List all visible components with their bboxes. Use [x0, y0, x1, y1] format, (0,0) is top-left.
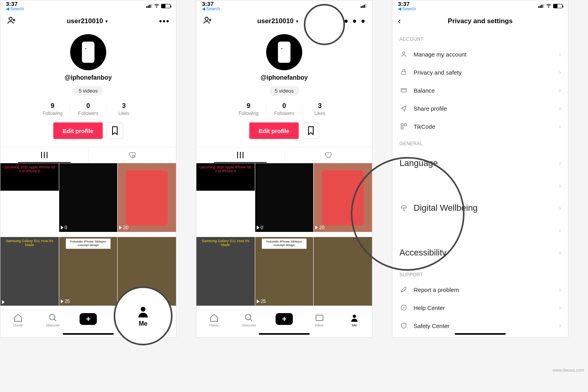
tab-home[interactable]: Home	[0, 313, 36, 327]
phone-screen-2: 3:37 ◀ Search user210010▼ • • • @iphonef…	[196, 0, 372, 337]
row-hidden-2[interactable]: ›	[392, 222, 568, 239]
stats-row: 9 Following 0 Followers 3 Likes	[0, 102, 176, 116]
add-user-icon[interactable]	[203, 16, 212, 27]
row-share-profile[interactable]: Share profile›	[392, 99, 568, 117]
tab-create[interactable]: +	[71, 313, 106, 325]
status-time: 3:37	[398, 1, 416, 7]
home-indicator	[455, 333, 506, 335]
row-help-center[interactable]: ? Help Center›	[392, 299, 568, 317]
tab-home[interactable]: Home	[196, 313, 232, 327]
video-thumb[interactable]: Futuristic iPhone Slidepro concept desig…	[255, 237, 314, 306]
stat-following[interactable]: 9 Following	[35, 102, 70, 116]
tab-me[interactable]: Me	[337, 313, 372, 327]
status-icons	[538, 2, 563, 9]
more-icon[interactable]: • • •	[344, 15, 366, 27]
tab-discover[interactable]: Discover	[36, 313, 71, 327]
battery-icon	[553, 4, 563, 8]
profile-area: @iphonefanboy 5 videos 9 Following 0 Fol…	[0, 31, 176, 139]
tab-inbox[interactable]: Inbox	[302, 313, 337, 327]
grid-tab[interactable]	[196, 147, 284, 163]
settings-header: ‹ Privacy and settings	[392, 11, 568, 31]
row-safety-center[interactable]: Safety Center›	[392, 317, 568, 335]
svg-point-5	[157, 315, 160, 318]
avatar[interactable]	[266, 34, 302, 70]
add-user-icon[interactable]	[7, 16, 16, 27]
stat-likes[interactable]: 3Likes	[302, 102, 338, 116]
video-thumb[interactable]: Samsung Galaxy S11 How it's Made	[196, 237, 255, 306]
video-thumb[interactable]: Upcoming 2020 Apple iPhone SE 2 or iPhon…	[196, 163, 255, 232]
video-thumb[interactable]: Futuristic iPhone Slidepro concept desig…	[59, 237, 118, 306]
signal-icon	[146, 4, 152, 8]
plus-icon[interactable]: +	[80, 313, 97, 325]
status-back-search[interactable]: ◀ Search	[6, 7, 24, 11]
tab-create[interactable]: +	[267, 313, 302, 325]
stat-followers[interactable]: 0 Followers	[71, 102, 106, 116]
tab-me[interactable]: Me	[141, 313, 176, 327]
row-hidden[interactable]: ›	[392, 177, 568, 194]
video-thumb[interactable]: 20	[314, 163, 372, 232]
video-thumb[interactable]: Samsung Galaxy S11 How it's Made	[0, 237, 59, 306]
page-title: Privacy and settings	[408, 17, 552, 25]
bookmark-button[interactable]	[107, 122, 123, 139]
liked-tab[interactable]	[285, 147, 372, 163]
video-thumb[interactable]	[314, 237, 372, 306]
status-back-search[interactable]: ◀ Search	[398, 7, 416, 11]
svg-point-1	[85, 48, 86, 49]
battery-icon	[161, 4, 171, 8]
video-count-button[interactable]: 5 videos	[73, 86, 103, 96]
grid-tab[interactable]	[0, 147, 88, 163]
video-thumb[interactable]: Upcoming 2020 Apple iPhone SE 2 or iPhon…	[0, 163, 59, 232]
play-count: 20	[119, 225, 128, 230]
row-language[interactable]: Language›	[392, 150, 568, 177]
svg-rect-12	[402, 72, 406, 75]
row-privacy-safety[interactable]: Privacy and safety›	[392, 63, 568, 81]
row-digital-wellbeing[interactable]: Digital Wellbeing›	[392, 194, 568, 222]
row-accessibility[interactable]: Accessibility›	[392, 239, 568, 266]
section-account: ACCOUNT	[392, 31, 568, 45]
row-manage-account[interactable]: Manage my account›	[392, 45, 568, 63]
row-tikcode[interactable]: TikCode›	[392, 117, 568, 135]
status-back-search[interactable]: ◀ Search	[202, 7, 220, 11]
row-report-problem[interactable]: Report a problem›	[392, 281, 568, 299]
edit-profile-button[interactable]: Edit profile	[53, 122, 103, 139]
stat-following[interactable]: 9Following	[231, 102, 266, 116]
liked-tab[interactable]	[89, 147, 176, 163]
section-general: GENERAL	[392, 135, 568, 150]
svg-point-8	[245, 314, 251, 320]
profile-header: user210010▼ • • •	[196, 11, 372, 31]
stat-followers[interactable]: 0Followers	[267, 102, 302, 116]
stat-likes[interactable]: 3 Likes	[106, 102, 142, 116]
play-count: 25	[61, 299, 70, 304]
avatar[interactable]	[70, 34, 106, 70]
header-username[interactable]: user210010▼	[257, 17, 299, 25]
status-bar: 3:37 ◀ Search	[0, 0, 176, 11]
wallet-icon	[399, 87, 408, 94]
tab-inbox[interactable]: Inbox	[106, 313, 141, 327]
play-count	[119, 300, 122, 304]
svg-text:?: ?	[403, 306, 405, 310]
video-thumb[interactable]: 0	[255, 163, 314, 232]
row-balance[interactable]: Balance›	[392, 81, 568, 99]
header-username[interactable]: user210010▼	[67, 17, 109, 25]
more-icon[interactable]: •••	[159, 17, 170, 26]
bookmark-button[interactable]	[303, 122, 319, 139]
video-count-button[interactable]: 5 videos	[269, 86, 299, 96]
phone-screen-1: 3:37 ◀ Search user210010▼ ••• @iphonefan…	[0, 0, 176, 337]
plus-icon[interactable]: +	[276, 313, 293, 325]
tab-discover[interactable]: Discover	[232, 313, 267, 327]
back-icon[interactable]: ‹	[398, 16, 408, 26]
settings-list: ACCOUNT Manage my account› Privacy and s…	[392, 31, 568, 335]
video-thumb[interactable]: 20	[118, 163, 176, 232]
lock-icon	[399, 69, 408, 76]
phone-screen-3: 3:37 ◀ Search ‹ Privacy and settings ACC…	[392, 0, 568, 337]
signal-icon	[361, 4, 367, 8]
video-grid: Upcoming 2020 Apple iPhone SE 2 or iPhon…	[196, 163, 372, 310]
share-icon	[399, 105, 408, 112]
video-thumb[interactable]	[118, 237, 176, 306]
video-thumb[interactable]: 0	[59, 163, 118, 232]
qr-icon	[399, 123, 408, 130]
help-icon: ?	[399, 304, 408, 311]
pencil-icon	[399, 286, 408, 293]
content-tabs	[196, 147, 372, 163]
edit-profile-button[interactable]: Edit profile	[249, 122, 299, 139]
